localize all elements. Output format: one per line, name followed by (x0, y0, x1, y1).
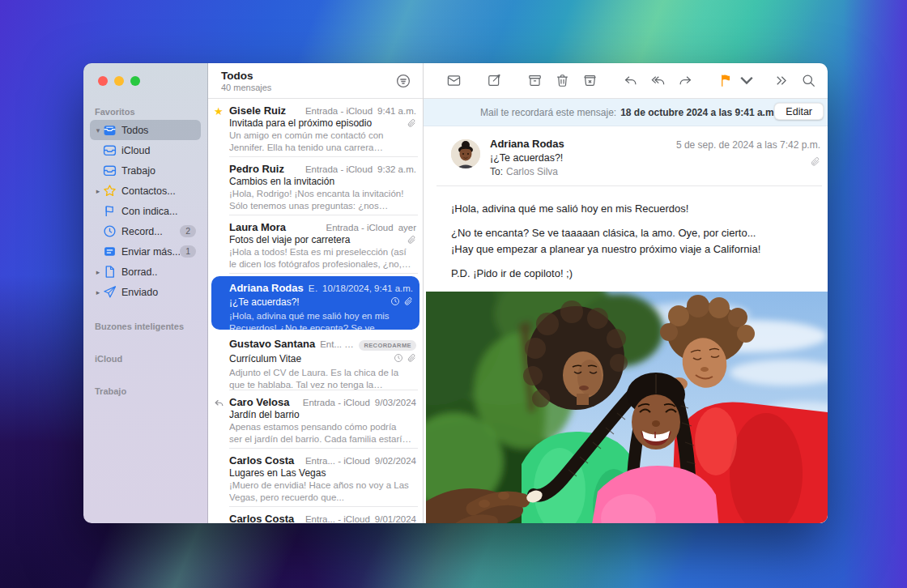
sidebar-item-trabajo-inbox[interactable]: Trabajo (90, 160, 201, 181)
envelope-icon[interactable] (440, 70, 467, 92)
message-date: 9/03/2024 (375, 398, 416, 407)
sidebar-item-todos[interactable]: ▾ Todos (90, 120, 201, 140)
reply-icon[interactable] (616, 70, 644, 92)
chevron-down-icon[interactable] (739, 70, 754, 92)
chevron-right-icon[interactable]: ▸ (93, 268, 103, 276)
message-preview: ¡Hola a todos! Esta es mi preselección (… (229, 246, 416, 271)
sidebar-item-enviar-mas-tarde[interactable]: Enviar más... 1 (90, 241, 201, 262)
archive-icon[interactable] (521, 70, 548, 92)
sidebar-item-label: Todos (121, 125, 196, 136)
sidebar-item-label: Enviado (121, 287, 196, 298)
chevron-right-icon[interactable]: ▸ (93, 288, 103, 296)
mailbox-title: Todos (221, 70, 423, 82)
sidebar-item-borradores[interactable]: ▸ Borrad.. (90, 262, 201, 282)
star-icon (103, 185, 117, 198)
message-subject: Currículum Vitae (229, 353, 390, 364)
list-item[interactable]: Pedro RuizEntrada - iCloud9:32 a.m. Camb… (208, 157, 423, 215)
message-count: 40 mensajes (221, 83, 423, 92)
inbox-icon (103, 164, 117, 177)
flag-icon[interactable] (712, 70, 739, 92)
minimize-window-button[interactable] (114, 76, 124, 86)
attachment-icon (407, 352, 416, 366)
message-subject: Jardín del barrio (229, 409, 416, 420)
sidebar-item-label: Contactos... (121, 185, 196, 197)
mailbox-label: Entrada - iCloud (289, 164, 373, 174)
reminder-banner: Mail te recordará este mensaje: 18 de oc… (424, 99, 828, 126)
message-header: Adriana Rodas ¡¿Te acuerdas?! To:Carlos … (424, 126, 828, 186)
sender: Adriana Rodas (229, 282, 304, 294)
message-subject: Invitada para el próximo episodio (229, 117, 403, 129)
body-paragraph: ¿No te encanta? Se ve taaaaan clásica, l… (451, 227, 809, 256)
recipient[interactable]: Carlos Silva (506, 166, 558, 177)
message-date: 5 de sep. de 2024 a las 7:42 p.m. (676, 139, 820, 151)
sender: Carlos Costa (229, 513, 294, 523)
attachment-icon (407, 118, 416, 128)
message-subject: ¡¿Te acuerdas?! (229, 296, 387, 308)
list-item[interactable]: Carlos CostaEntra... - iCloud9/02/2024 L… (208, 449, 423, 507)
close-window-button[interactable] (98, 76, 108, 86)
sender: Pedro Ruiz (229, 163, 284, 175)
avatar[interactable] (451, 139, 480, 168)
reply-all-icon[interactable] (644, 70, 671, 92)
zoom-window-button[interactable] (130, 76, 140, 86)
list-item[interactable]: ★ Gisele RuizEntrada - iCloud9:41 a.m. I… (208, 99, 423, 157)
document-icon (103, 266, 117, 279)
paperplane-icon (103, 286, 117, 299)
attachment-photo[interactable] (426, 292, 828, 523)
sidebar-item-contactos[interactable]: ▸ Contactos... (90, 181, 201, 201)
toolbar (424, 63, 828, 99)
body-paragraph: ¡Hola, adivina qué me salió hoy en mis R… (451, 202, 809, 215)
message-date: 9/01/2024 (375, 514, 416, 523)
list-item[interactable]: Gustavo SantanaEnt... - iCl...RECORDARME… (208, 332, 423, 390)
junk-icon[interactable] (576, 70, 603, 92)
reminder-datetime: 18 de octubre 2024 a las 9:41 a.m. (620, 107, 777, 118)
sidebar-item-label: Borrad.. (121, 266, 196, 278)
sidebar-item-recordatorios[interactable]: Record... 2 (90, 221, 201, 241)
sidebar-section-smart-mailboxes: Buzones inteligentes (83, 322, 207, 334)
sender: Gisele Ruiz (229, 104, 286, 117)
message-subject: ¡¿Te acuerdas?! (490, 152, 819, 164)
sidebar-item-label: Con indica... (121, 206, 196, 217)
body-paragraph: P.D. ¡Pido ir de copiloto! ;) (451, 267, 809, 280)
list-item[interactable]: Caro VelosaEntrada - iCloud9/03/2024 Jar… (208, 390, 423, 449)
overflow-icon[interactable] (767, 70, 794, 92)
forward-icon[interactable] (671, 70, 699, 92)
to-label: To: (490, 166, 503, 177)
remind-me-badge: RECORDARME (359, 340, 416, 351)
list-item[interactable]: Carlos CostaEntra... - iCloud9/01/2024 (208, 507, 423, 523)
list-item[interactable]: Laura MoraEntrada - iCloudayer Fotos del… (208, 215, 423, 274)
sidebar-item-icloud-inbox[interactable]: iCloud (90, 140, 201, 160)
sidebar-item-con-indicador[interactable]: Con indica... (90, 201, 201, 221)
sender: Caro Velosa (229, 396, 289, 408)
message-preview: Adjunto el CV de Laura. Es la chica de l… (229, 367, 416, 391)
reminder-clock-icon (390, 295, 400, 309)
list-item-selected[interactable]: Adriana RodasE...10/18/2024, 9:41 a.m. ¡… (211, 276, 419, 330)
unread-count-badge: 2 (180, 225, 196, 237)
edit-reminder-button[interactable]: Editar (774, 103, 824, 120)
sidebar-item-label: Trabajo (121, 165, 196, 177)
search-icon[interactable] (794, 70, 822, 92)
sidebar-section-icloud: iCloud (83, 354, 207, 367)
count-badge: 1 (180, 245, 196, 258)
window-controls (83, 75, 207, 86)
clock-icon (103, 225, 117, 238)
trash-icon[interactable] (548, 70, 576, 92)
message-list-header: Todos 40 mensajes (208, 63, 423, 99)
flag-icon (103, 205, 117, 218)
sender: Gustavo Santana (229, 338, 315, 350)
mailbox-label: Entra... - iCloud (299, 514, 370, 523)
filter-icon[interactable] (395, 73, 411, 89)
message-preview: ¡Hola, Rodrigo! ¡Nos encanta la invitaci… (229, 188, 416, 212)
inbox-stack-icon (103, 124, 117, 137)
chevron-down-icon[interactable]: ▾ (93, 126, 103, 134)
chevron-right-icon[interactable]: ▸ (93, 187, 103, 195)
compose-icon[interactable] (480, 70, 508, 92)
message-date: ayer (398, 223, 416, 232)
mailbox-label: Entrada - iCloud (294, 398, 369, 407)
sender: Carlos Costa (229, 454, 294, 467)
reminder-label: Mail te recordará este mensaje: (480, 107, 616, 118)
sidebar-item-label: Record... (121, 226, 180, 237)
attachment-icon (810, 156, 820, 166)
sidebar-item-enviado[interactable]: ▸ Enviado (90, 282, 201, 302)
mailbox-label: Entrada - iCloud (291, 106, 373, 116)
